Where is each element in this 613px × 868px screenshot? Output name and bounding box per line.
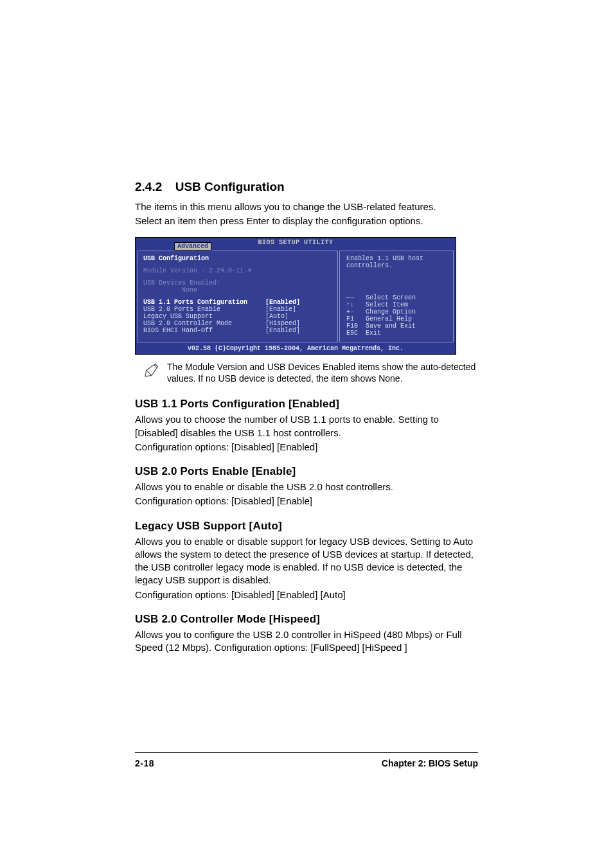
bios-item-value: [Auto] (265, 313, 289, 320)
page-footer: 2-18 Chapter 2: BIOS Setup (135, 752, 478, 768)
bios-legend-row: ESCExit (346, 330, 449, 337)
bios-item[interactable]: BIOS EHCI Hand-Off [Enabled] (143, 327, 332, 334)
section-body: Allows you to enable or disable support … (135, 535, 478, 587)
subheading: USB 1.1 Ports Configuration [Enabled] (135, 398, 478, 411)
bios-legend-key: ←→ (346, 294, 366, 301)
bios-legend: ←→Select Screen ↑↓Select Item +-Change O… (346, 294, 449, 337)
bios-item-value: [Enabled] (265, 327, 300, 334)
bios-legend-row: ↑↓Select Item (346, 301, 449, 308)
bios-devices-value: None (143, 287, 332, 294)
subheading: USB 2.0 Controller Mode [Hispeed] (135, 613, 478, 626)
bios-tab-advanced[interactable]: Advanced (174, 242, 211, 251)
bios-item-label: USB 1.1 Ports Configuration (143, 299, 265, 306)
section-body: Allows you to configure the USB 2.0 cont… (135, 628, 478, 655)
bios-help-text: Enables 1.1 USB host controllers. (346, 255, 449, 269)
bios-legend-row: ←→Select Screen (346, 294, 449, 301)
bios-legend-text: Select Item (366, 301, 408, 308)
note-icon (135, 361, 167, 379)
section-body: Allows you to choose the number of USB 1… (135, 413, 478, 439)
bios-item[interactable]: Legacy USB Support [Auto] (143, 313, 332, 320)
bios-legend-text: Save and Exit (366, 323, 416, 330)
section-heading-row: 2.4.2 USB Configuration (135, 180, 478, 194)
bios-module-version: Module Version - 2.24.0-11.4 (143, 267, 332, 274)
bios-item-label: Legacy USB Support (143, 313, 265, 320)
bios-legend-row: +-Change Option (346, 308, 449, 315)
bios-legend-text: General Help (366, 315, 412, 323)
bios-item-label: USB 2.0 Controller Mode (143, 320, 265, 327)
subheading: USB 2.0 Ports Enable [Enable] (135, 465, 478, 478)
bios-right-pane: Enables 1.1 USB host controllers. ←→Sele… (339, 251, 454, 342)
bios-left-pane: USB Configuration Module Version - 2.24.… (138, 251, 338, 342)
bios-legend-key: F10 (346, 323, 366, 330)
bios-footer: v02.58 (C)Copyright 1985-2004, American … (136, 344, 456, 354)
bios-body: USB Configuration Module Version - 2.24.… (136, 249, 456, 344)
bios-screenshot: BIOS SETUP UTILITY Advanced USB Configur… (135, 237, 456, 355)
intro-line: The items in this menu allows you to cha… (135, 200, 478, 213)
page-number: 2-18 (135, 758, 154, 768)
bios-item[interactable]: USB 1.1 Ports Configuration [Enabled] (143, 299, 332, 306)
bios-devices-label: USB Devices Enabled: (143, 279, 332, 287)
section-number: 2.4.2 (135, 180, 162, 193)
bios-titlebar: BIOS SETUP UTILITY Advanced (136, 238, 456, 249)
bios-item[interactable]: USB 2.0 Controller Mode [Hispeed] (143, 320, 332, 327)
subheading: Legacy USB Support [Auto] (135, 520, 478, 533)
bios-item-value: [Enable] (265, 306, 296, 313)
bios-legend-text: Change Option (366, 308, 416, 315)
bios-legend-key: ESC (346, 330, 366, 337)
section-body: Allows you to enable or disable the USB … (135, 481, 478, 493)
section-body: Configuration options: [Disabled] [Enabl… (135, 441, 478, 454)
bios-legend-key: ↑↓ (346, 301, 366, 308)
section-title: USB Configuration (175, 180, 285, 193)
bios-legend-row: F1General Help (346, 315, 449, 323)
section-body: Configuration options: [Disabled] [Enabl… (135, 495, 478, 508)
bios-legend-text: Select Screen (366, 294, 416, 301)
note-row: The Module Version and USB Devices Enabl… (135, 361, 478, 385)
bios-item[interactable]: USB 2.0 Ports Enable [Enable] (143, 306, 332, 313)
bios-legend-row: F10Save and Exit (346, 323, 449, 330)
bios-legend-key: F1 (346, 315, 366, 323)
bios-item-value: [Enabled] (265, 299, 300, 306)
bios-legend-key: +- (346, 308, 366, 315)
page: 2.4.2 USB Configuration The items in thi… (0, 0, 613, 868)
bios-item-value: [Hispeed] (265, 320, 300, 327)
section-body: Configuration options: [Disabled] [Enabl… (135, 589, 478, 601)
chapter-label: Chapter 2: BIOS Setup (382, 758, 478, 768)
bios-legend-text: Exit (366, 330, 381, 337)
bios-item-label: BIOS EHCI Hand-Off (143, 327, 265, 334)
note-text: The Module Version and USB Devices Enabl… (167, 361, 478, 385)
intro-line: Select an item then press Enter to displ… (135, 215, 478, 227)
bios-left-header: USB Configuration (143, 255, 332, 262)
bios-item-label: USB 2.0 Ports Enable (143, 306, 265, 313)
